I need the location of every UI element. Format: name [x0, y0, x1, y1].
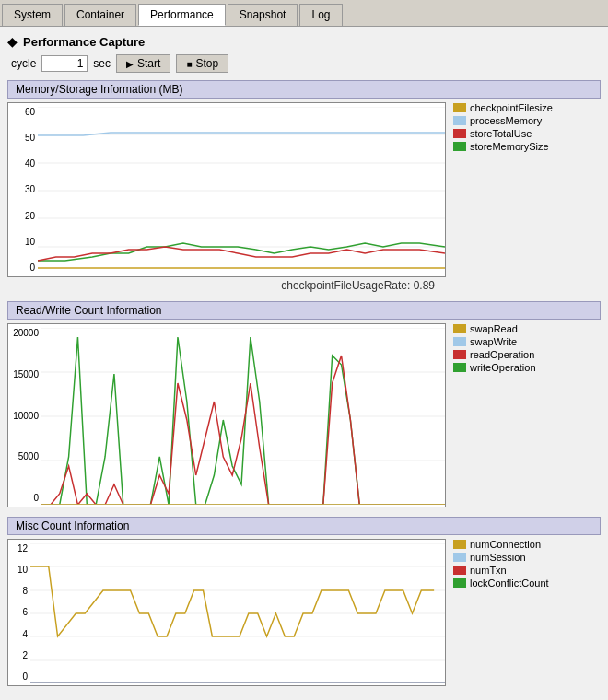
legend-color-checkpoint [453, 103, 466, 112]
legend-label-checkpoint: checkpointFilesize [470, 102, 553, 113]
legend-color-num-conn [453, 540, 466, 549]
stop-icon: ■ [186, 59, 192, 69]
legend-lock-conflict: lockConflictCount [453, 578, 601, 589]
legend-color-num-txn [453, 566, 466, 575]
misc-y-2: 2 [8, 650, 30, 660]
diamond-icon: ◆ [7, 34, 18, 49]
memory-chart-area: 60 50 40 30 20 10 0 [7, 102, 601, 277]
misc-legend: numConnection numSession numTxn lockConf… [453, 539, 601, 590]
legend-num-session: numSession [453, 552, 601, 563]
cycle-label: cycle [11, 57, 36, 70]
y-label-10: 10 [8, 237, 38, 247]
legend-store-memory: storeMemorySize [453, 141, 601, 152]
legend-read-op: readOperation [453, 349, 601, 360]
legend-label-swap-read: swapRead [470, 323, 518, 334]
legend-swap-write: swapWrite [453, 336, 601, 347]
rw-y-0: 0 [8, 493, 41, 503]
misc-y-8: 8 [8, 586, 30, 596]
tab-system[interactable]: System [2, 4, 63, 26]
memory-chart-section: Memory/Storage Information (MB) 60 50 40… [7, 80, 601, 292]
tab-snapshot[interactable]: Snapshot [228, 4, 298, 26]
stop-button[interactable]: ■ Stop [176, 54, 228, 73]
rw-chart-title: Read/Write Count Information [7, 301, 601, 320]
legend-color-swap-read [453, 324, 466, 333]
start-label: Start [137, 57, 160, 70]
legend-num-txn: numTxn [453, 565, 601, 576]
legend-write-op: writeOperation [453, 362, 601, 373]
rw-y-20000: 20000 [8, 328, 41, 338]
legend-checkpoint-filesize: checkpointFilesize [453, 102, 601, 113]
y-label-0: 0 [8, 262, 38, 273]
start-icon: ▶ [126, 59, 134, 69]
tab-bar: System Container Performance Snapshot Lo… [0, 0, 608, 27]
misc-chart-title: Misc Count Information [7, 517, 601, 535]
legend-swap-read: swapRead [453, 323, 601, 334]
legend-label-swap-write: swapWrite [470, 336, 517, 347]
tab-performance[interactable]: Performance [138, 4, 226, 26]
rw-y-15000: 15000 [8, 369, 41, 379]
misc-y-0: 0 [8, 671, 30, 682]
memory-chart-box: 60 50 40 30 20 10 0 [7, 102, 446, 277]
y-label-30: 30 [8, 184, 38, 194]
y-label-20: 20 [8, 211, 38, 221]
memory-svg [38, 107, 445, 274]
legend-label-total: storeTotalUse [470, 128, 532, 139]
legend-label-read-op: readOperation [470, 349, 534, 360]
legend-label-memory: storeMemorySize [470, 141, 549, 152]
legend-num-connection: numConnection [453, 539, 601, 550]
misc-y-10: 10 [8, 565, 30, 575]
stop-label: Stop [195, 57, 218, 70]
legend-color-total [453, 129, 466, 138]
rw-chart-section: Read/Write Count Information 20000 15000… [7, 301, 601, 508]
y-label-40: 40 [8, 158, 38, 169]
legend-color-swap-write [453, 337, 466, 346]
rw-y-10000: 10000 [8, 411, 41, 421]
main-content: ◆ Performance Capture cycle sec ▶ Start … [0, 27, 608, 700]
misc-y-4: 4 [8, 629, 30, 639]
legend-label-num-sess: numSession [470, 552, 526, 563]
legend-label-num-conn: numConnection [470, 539, 541, 550]
misc-chart-area: 12 10 8 6 4 2 0 [7, 539, 601, 686]
legend-color-write-op [453, 363, 466, 372]
legend-color-read-op [453, 350, 466, 359]
tab-log[interactable]: Log [299, 4, 342, 26]
legend-label-process: processMemory [470, 115, 542, 126]
misc-chart-section: Misc Count Information 12 10 8 6 4 2 0 [7, 517, 601, 686]
legend-color-lock [453, 578, 466, 588]
rw-y-5000: 5000 [8, 451, 41, 461]
legend-label-num-txn: numTxn [470, 565, 507, 576]
misc-svg [30, 543, 445, 683]
memory-legend: checkpointFilesize processMemory storeTo… [453, 102, 601, 154]
perf-capture-title: Performance Capture [23, 35, 145, 49]
legend-color-process [453, 116, 466, 125]
memory-chart-title: Memory/Storage Information (MB) [7, 80, 601, 99]
rw-legend: swapRead swapWrite readOperation writeOp… [453, 323, 601, 375]
tab-container[interactable]: Container [64, 4, 136, 26]
rw-chart-box: 20000 15000 10000 5000 0 [7, 323, 446, 508]
legend-store-total: storeTotalUse [453, 128, 601, 139]
start-button[interactable]: ▶ Start [116, 54, 170, 73]
legend-label-write-op: writeOperation [470, 362, 536, 373]
rw-chart-area: 20000 15000 10000 5000 0 [7, 323, 601, 508]
legend-color-num-sess [453, 553, 466, 562]
perf-capture-header: ◆ Performance Capture [7, 34, 601, 49]
misc-y-6: 6 [8, 607, 30, 617]
legend-color-memory [453, 142, 466, 151]
y-label-60: 60 [8, 107, 38, 117]
checkpoint-rate-text: checkpointFileUsageRate: 0.89 [7, 279, 435, 292]
legend-label-lock: lockConflictCount [470, 578, 549, 589]
misc-chart-box: 12 10 8 6 4 2 0 [7, 539, 446, 686]
y-label-50: 50 [8, 133, 38, 143]
sec-label: sec [93, 57, 111, 70]
legend-process-memory: processMemory [453, 115, 601, 126]
misc-y-12: 12 [8, 543, 30, 554]
controls-row: cycle sec ▶ Start ■ Stop [11, 54, 601, 73]
cycle-input[interactable] [41, 55, 88, 72]
rw-svg [41, 328, 445, 505]
